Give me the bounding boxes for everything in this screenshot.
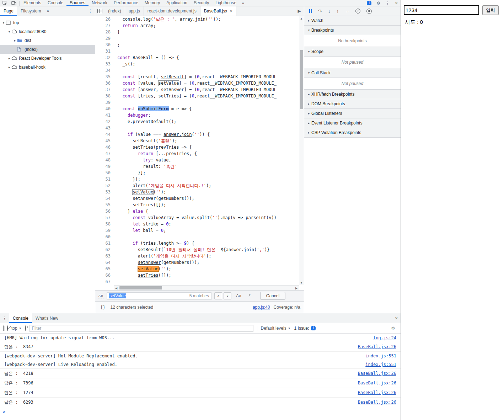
file-tab-baseball-jsx[interactable]: BaseBall.jsx×: [200, 6, 236, 16]
line-number[interactable]: 27: [95, 22, 114, 29]
vertical-scroll-thumb[interactable]: [300, 50, 303, 109]
line-content[interactable]: let strike = 0;: [114, 221, 171, 227]
line-number[interactable]: 67: [95, 278, 114, 285]
toggle-navigator-icon[interactable]: [95, 9, 104, 13]
main-tab-lighthouse[interactable]: Lighthouse: [212, 0, 240, 6]
pretty-print-icon[interactable]: {}: [99, 304, 107, 310]
line-number[interactable]: 53: [95, 189, 114, 195]
line-number[interactable]: 32: [95, 54, 114, 61]
more-tabs-icon[interactable]: ▶: [295, 9, 304, 14]
line-content[interactable]: [114, 35, 117, 42]
line-content[interactable]: setTries([]);: [114, 272, 171, 278]
search-mode-icon[interactable]: AB: [98, 294, 104, 298]
close-tab-icon[interactable]: ×: [230, 9, 232, 14]
line-number[interactable]: 39: [95, 99, 114, 106]
section-event-listener-breakpoints[interactable]: ▸Event Listener Breakpoints: [304, 118, 401, 128]
chevron-right-icon[interactable]: ▸: [7, 65, 11, 69]
devtools-close-icon[interactable]: ×: [392, 0, 401, 6]
line-content[interactable]: [114, 48, 117, 54]
line-content[interactable]: const [tries, setTries] = (0,react__WEBP…: [114, 93, 277, 99]
console-source-link[interactable]: index.js:551: [358, 353, 396, 358]
line-number[interactable]: 59: [95, 227, 114, 234]
line-number[interactable]: 38: [95, 93, 114, 99]
line-number[interactable]: 55: [95, 202, 114, 208]
file-tab-index[interactable]: (index): [104, 6, 125, 16]
line-content[interactable]: setTries(prevTries => {: [114, 144, 192, 150]
section-csp-violation-breakpoints[interactable]: ▸CSP Violation Breakpoints: [304, 128, 401, 138]
line-content[interactable]: let ball = 0;: [114, 227, 166, 234]
step-over-icon[interactable]: ↷: [318, 9, 322, 14]
line-number[interactable]: 35: [95, 74, 114, 80]
search-cancel-button[interactable]: Cancel: [260, 292, 285, 300]
line-number[interactable]: 64: [95, 259, 114, 266]
line-number[interactable]: 57: [95, 214, 114, 221]
line-number[interactable]: 65: [95, 266, 114, 272]
step-icon[interactable]: →: [345, 9, 349, 14]
tab-whats-new[interactable]: What's New: [32, 313, 62, 323]
line-number[interactable]: 34: [95, 67, 114, 74]
line-number[interactable]: 66: [95, 272, 114, 278]
chevron-down-icon[interactable]: ▾: [7, 30, 11, 33]
line-content[interactable]: setResult('홈런');: [114, 138, 177, 144]
line-number[interactable]: 45: [95, 138, 114, 144]
main-tab-network[interactable]: Network: [89, 0, 111, 6]
line-number[interactable]: 58: [95, 221, 114, 227]
line-number[interactable]: 49: [95, 163, 114, 170]
line-content[interactable]: return [...prevTries, {: [114, 150, 197, 157]
line-content[interactable]: ;: [114, 42, 120, 48]
line-content[interactable]: if (tries.length >= 9) {: [114, 240, 194, 246]
console-source-link[interactable]: BaseBall.jsx:26: [351, 344, 396, 349]
main-tab-security[interactable]: Security: [191, 0, 212, 6]
line-content[interactable]: const [result, setResult] = (0,react__WE…: [114, 74, 277, 80]
next-match-button[interactable]: ∨: [224, 292, 231, 299]
line-content[interactable]: setResult(`10번 틀려서 실패! 답은 ${answer.join(…: [114, 246, 269, 253]
submit-button[interactable]: 입력: [482, 5, 499, 15]
log-levels-selector[interactable]: Default levels▼: [257, 326, 291, 331]
line-content[interactable]: }: [114, 29, 120, 35]
line-number[interactable]: 44: [95, 131, 114, 138]
section-watch[interactable]: ▸Watch: [304, 16, 401, 26]
line-number[interactable]: 62: [95, 246, 114, 253]
console-source-link[interactable]: BaseBall.jsx:26: [351, 371, 396, 376]
line-number[interactable]: 61: [95, 240, 114, 246]
line-number[interactable]: 37: [95, 86, 114, 93]
execution-context-selector[interactable]: top▼: [11, 326, 22, 331]
line-number[interactable]: 40: [95, 106, 114, 112]
tab-console[interactable]: Console: [9, 313, 32, 323]
console-source-link[interactable]: BaseBall.jsx:26: [351, 390, 396, 395]
main-tab-sources[interactable]: Sources: [66, 0, 89, 6]
console-sidebar-icon[interactable]: [3, 326, 4, 331]
line-content[interactable]: const onSubmitForm = e => {: [114, 106, 192, 112]
line-number[interactable]: 46: [95, 144, 114, 150]
guess-input[interactable]: [404, 5, 479, 15]
chevron-right-icon[interactable]: ▸: [7, 57, 11, 60]
line-content[interactable]: _s();: [114, 61, 135, 67]
line-content[interactable]: e.preventDefault();: [114, 118, 176, 125]
section-breakpoints[interactable]: ▾Breakpoints: [304, 26, 401, 35]
line-number[interactable]: 56: [95, 208, 114, 214]
issues-counter-icon[interactable]: 1: [364, 1, 374, 5]
line-content[interactable]: result: '홈런': [114, 163, 177, 170]
regex-toggle[interactable]: .*: [246, 293, 252, 299]
previous-match-button[interactable]: ∧: [214, 292, 222, 299]
line-number[interactable]: 54: [95, 195, 114, 202]
drawer-menu-icon[interactable]: ⋮: [0, 316, 9, 321]
console-source-link[interactable]: BaseBall.jsx:26: [351, 400, 396, 405]
line-number[interactable]: 33: [95, 61, 114, 67]
scroll-right-icon[interactable]: ▶: [294, 286, 299, 290]
navigator-tab-filesystem[interactable]: Filesystem: [17, 6, 44, 16]
paused-location-link[interactable]: app.js:40: [253, 305, 270, 310]
line-content[interactable]: setTries([]);: [114, 202, 166, 208]
line-content[interactable]: try: value,: [114, 157, 171, 163]
step-out-icon[interactable]: ↑: [336, 9, 339, 14]
line-content[interactable]: [114, 234, 117, 240]
tree-item-dist[interactable]: ▸dist: [0, 36, 95, 45]
console-source-link[interactable]: log.js:24: [366, 335, 396, 340]
line-content[interactable]: if (value === answer.join('')) {: [114, 131, 210, 138]
line-number[interactable]: 26: [95, 16, 114, 22]
horizontal-scrollbar[interactable]: ◀ ▶: [114, 285, 299, 290]
main-tab-application[interactable]: Application: [163, 0, 191, 6]
line-number[interactable]: 60: [95, 234, 114, 240]
line-content[interactable]: setValue('');: [114, 266, 171, 272]
search-input[interactable]: setValue 5 matches: [107, 292, 211, 300]
